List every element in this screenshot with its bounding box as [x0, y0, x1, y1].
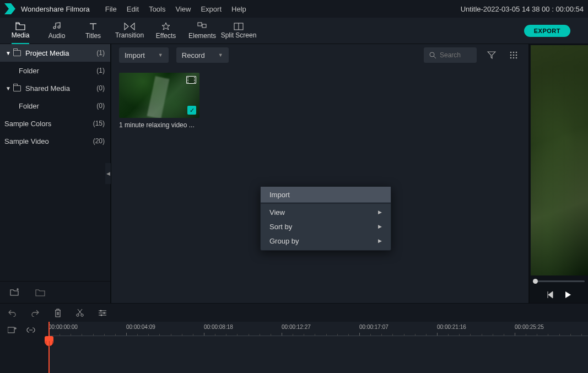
media-content: Import ▼ Record ▼ ✓: [110, 44, 528, 303]
split-screen-icon: [234, 23, 244, 30]
cut-button[interactable]: [76, 309, 84, 317]
preview-panel: [528, 44, 588, 303]
svg-point-15: [77, 313, 79, 316]
ruler-label: 00:00:25:25: [515, 324, 544, 330]
menu-file[interactable]: File: [105, 5, 117, 13]
svg-point-17: [100, 310, 102, 311]
chevron-down-icon: ▼: [6, 85, 11, 91]
ruler-label: 00:00:04:09: [126, 324, 155, 330]
folder-icon: [13, 85, 21, 91]
app-logo-icon: [4, 3, 15, 14]
tab-transition[interactable]: Transition: [111, 18, 148, 44]
delete-button[interactable]: [54, 309, 62, 317]
main-menu: File Edit Tools View Export Help: [105, 5, 246, 13]
effects-icon: [161, 22, 170, 31]
media-sidebar: ▼ Project Media (1) Folder (1) ▼ Shared …: [0, 44, 110, 303]
svg-point-7: [513, 52, 515, 53]
tree-project-folder[interactable]: Folder (1): [0, 62, 110, 79]
svg-line-5: [434, 56, 436, 58]
tree-sample-colors[interactable]: Sample Colors (15): [0, 115, 110, 132]
import-dropdown[interactable]: Import ▼: [119, 47, 169, 63]
record-dropdown[interactable]: Record ▼: [176, 47, 229, 63]
menu-help[interactable]: Help: [231, 5, 246, 13]
ruler-label: 00:00:21:16: [437, 324, 466, 330]
search-input[interactable]: [440, 51, 470, 59]
settings-button[interactable]: [98, 309, 107, 317]
svg-point-18: [104, 312, 105, 313]
svg-point-4: [430, 52, 434, 57]
grid-view-button[interactable]: [506, 48, 521, 62]
timeline-toolbar: [0, 303, 588, 322]
svg-point-12: [510, 57, 512, 59]
svg-point-19: [101, 314, 103, 316]
tab-split-screen[interactable]: Split Screen: [220, 18, 257, 44]
tab-elements[interactable]: Elements: [184, 18, 220, 44]
chevron-right-icon: ▶: [378, 224, 382, 229]
title-bar: Wondershare Filmora File Edit Tools View…: [0, 0, 588, 18]
svg-point-6: [510, 52, 512, 53]
svg-rect-0: [198, 23, 202, 26]
svg-rect-1: [202, 24, 206, 28]
ruler-label: 00:00:00:00: [48, 324, 78, 330]
tree-shared-folder[interactable]: Folder (0): [0, 97, 110, 115]
tab-effects[interactable]: Effects: [148, 18, 184, 44]
preview-video[interactable]: [531, 45, 588, 275]
timeline-ruler[interactable]: 00:00:00:0000:00:04:0900:00:08:1800:00:1…: [48, 322, 588, 336]
search-box[interactable]: [424, 47, 477, 63]
tab-titles[interactable]: Titles: [75, 18, 111, 44]
sidebar-collapse-handle[interactable]: ◀: [105, 163, 111, 184]
svg-rect-20: [8, 327, 14, 333]
context-menu: Import View ▶ Sort by ▶ Group by ▶: [260, 186, 391, 251]
ctx-import[interactable]: Import: [261, 187, 391, 202]
tree-project-media[interactable]: ▼ Project Media (1): [0, 44, 110, 62]
tool-tabs-bar: Media Audio Titles Transition Effects El…: [0, 18, 588, 44]
menu-view[interactable]: View: [175, 5, 191, 13]
menu-tools[interactable]: Tools: [149, 5, 165, 13]
tab-media[interactable]: Media: [2, 18, 39, 44]
ctx-sort-by[interactable]: Sort by ▶: [261, 219, 391, 234]
tree-shared-media[interactable]: ▼ Shared Media (0): [0, 79, 110, 97]
chevron-right-icon: ▶: [378, 238, 382, 244]
menu-edit[interactable]: Edit: [127, 5, 139, 13]
svg-point-11: [516, 55, 517, 56]
audio-icon: [52, 22, 62, 31]
play-button[interactable]: [564, 291, 571, 299]
playhead[interactable]: [48, 322, 50, 373]
tab-audio[interactable]: Audio: [39, 18, 75, 44]
media-clip[interactable]: ✓ 1 minute relaxing video ...: [119, 73, 199, 129]
add-track-button[interactable]: [8, 326, 17, 334]
svg-point-9: [510, 55, 512, 56]
timeline: 00:00:00:0000:00:04:0900:00:08:1800:00:1…: [0, 322, 588, 373]
ctx-view[interactable]: View ▶: [261, 205, 391, 219]
document-title: Untitle-2022-03-05 14 38 00 : 00:00:54: [461, 5, 584, 13]
ruler-label: 00:00:17:07: [359, 324, 389, 330]
prev-frame-button[interactable]: [546, 291, 554, 299]
filter-button[interactable]: [484, 48, 499, 62]
ruler-label: 00:00:12:27: [282, 324, 311, 330]
svg-point-8: [516, 52, 517, 53]
svg-point-14: [516, 57, 517, 59]
new-folder-icon[interactable]: [10, 288, 20, 296]
ctx-group-by[interactable]: Group by ▶: [261, 234, 391, 248]
timeline-tracks[interactable]: 00:00:00:0000:00:04:0900:00:08:1800:00:1…: [48, 322, 588, 373]
menu-export[interactable]: Export: [201, 5, 222, 13]
export-button[interactable]: EXPORT: [524, 25, 570, 37]
search-icon: [429, 52, 436, 59]
chevron-down-icon: ▼: [6, 50, 11, 56]
svg-point-10: [513, 55, 515, 56]
grid-icon: [510, 51, 517, 59]
svg-point-13: [513, 57, 515, 59]
filter-icon: [487, 51, 496, 59]
preview-scrubber[interactable]: [530, 275, 588, 286]
clip-thumbnail: ✓: [119, 73, 199, 118]
undo-button[interactable]: [8, 309, 17, 317]
used-check-icon: ✓: [187, 106, 196, 115]
redo-button[interactable]: [31, 309, 40, 317]
chevron-right-icon: ▶: [378, 209, 382, 215]
tree-sample-video[interactable]: Sample Video (20): [0, 132, 110, 150]
open-folder-icon[interactable]: [35, 288, 45, 296]
link-button[interactable]: [26, 326, 35, 334]
ruler-label: 00:00:08:18: [204, 324, 233, 330]
clip-label: 1 minute relaxing video ...: [119, 121, 199, 129]
titles-icon: [89, 22, 98, 31]
